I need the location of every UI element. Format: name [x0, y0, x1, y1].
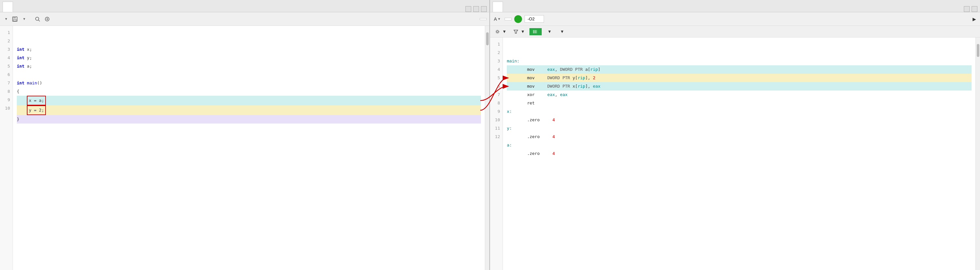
- vim-btn[interactable]: [29, 18, 32, 20]
- editor-line-4: [17, 70, 481, 79]
- editor-line-numbers: 12345678910: [0, 26, 13, 270]
- filter-icon: [514, 29, 518, 34]
- editor-line-num-1: 1: [0, 29, 13, 37]
- editor-tab[interactable]: [3, 2, 13, 12]
- font-size-btn[interactable]: ▼: [3, 16, 9, 21]
- save-btn[interactable]: [11, 16, 19, 22]
- svg-rect-12: [536, 30, 537, 33]
- asm-line-5: xor eax, eax: [507, 91, 972, 99]
- editor-line-6: {: [17, 87, 481, 96]
- compiler-code-area[interactable]: 123456789101112 main: mov eax, DWORD PTR…: [490, 37, 980, 270]
- right-minimize-btn[interactable]: [964, 6, 970, 12]
- svg-rect-10: [533, 30, 534, 33]
- asm-line-num-11: 11: [490, 124, 503, 133]
- editor-line-7: x = a;: [17, 96, 481, 105]
- editor-line-num-10: 10: [0, 104, 13, 112]
- compiler-line-numbers: 123456789101112: [490, 37, 503, 270]
- save-icon: [12, 16, 18, 22]
- editor-scrollbar[interactable]: [485, 26, 489, 270]
- asm-line-4: mov DWORD PTR x[rip], eax: [507, 82, 972, 91]
- editor-code-area[interactable]: 12345678910 int x;int y;int a; int main(…: [0, 26, 489, 270]
- asm-line-3: mov DWORD PTR y[rip], 2: [507, 74, 972, 82]
- compiler-select[interactable]: [504, 18, 512, 20]
- asm-line-num-2: 2: [490, 48, 503, 57]
- asm-line-num-9: 9: [490, 107, 503, 116]
- compiler-scrollbar[interactable]: [975, 37, 980, 270]
- compiler-scrollbar-thumb: [977, 44, 979, 57]
- filter-btn[interactable]: ▼: [511, 29, 528, 35]
- libraries-icon: [533, 29, 537, 34]
- editor-line-1: int x;: [17, 45, 481, 54]
- asm-line-6: ret: [507, 99, 972, 107]
- boxed-code: x = a;: [27, 96, 46, 105]
- editor-line-2: int y;: [17, 54, 481, 62]
- left-minimize-btn[interactable]: [465, 6, 471, 12]
- filter-arrow: ▼: [521, 29, 525, 34]
- asm-line-9: y:: [507, 124, 972, 133]
- search-icon: [35, 16, 40, 22]
- editor-line-10: [17, 123, 481, 132]
- editor-panel: ▼ ▼: [0, 12, 490, 270]
- editor-line-num-2: 2: [0, 37, 13, 45]
- asm-line-12: .zero 4: [507, 149, 972, 158]
- right-maximize-btn[interactable]: [972, 6, 977, 12]
- add-new-btn[interactable]: ▼: [544, 29, 554, 35]
- optimization-input[interactable]: [525, 15, 544, 22]
- asm-line-10: .zero 4: [507, 133, 972, 141]
- editor-scrollbar-thumb: [486, 32, 489, 45]
- editor-line-num-5: 5: [0, 62, 13, 70]
- compiler-tab[interactable]: [493, 2, 503, 12]
- editor-line-num-6: 6: [0, 70, 13, 79]
- editor-line-3: int a;: [17, 62, 481, 70]
- compile-check-icon[interactable]: [514, 15, 522, 23]
- search-btn[interactable]: [33, 16, 41, 22]
- asm-line-num-12: 12: [490, 133, 503, 141]
- conformance-icon: [45, 16, 50, 22]
- add-btn[interactable]: ▼: [21, 16, 27, 21]
- left-maximize-btn[interactable]: [473, 6, 479, 12]
- asm-line-7: x:: [507, 107, 972, 116]
- compiler-panel: A ▼ ▶ ▼: [490, 12, 980, 270]
- right-tabs: [490, 0, 980, 12]
- right-window-controls: [964, 6, 977, 12]
- editor-line-5: int main(): [17, 79, 481, 87]
- output-btn[interactable]: ▼: [493, 29, 509, 35]
- language-select[interactable]: [480, 18, 487, 20]
- expand-btn[interactable]: ▶: [971, 16, 977, 22]
- svg-point-3: [35, 17, 39, 20]
- asm-line-2: mov eax, DWORD PTR a[rip]: [507, 66, 972, 74]
- editor-line-num-7: 7: [0, 79, 13, 87]
- editor-line-num-9: 9: [0, 96, 13, 104]
- asm-line-num-7: 7: [490, 91, 503, 99]
- asm-line-num-1: 1: [490, 40, 503, 48]
- top-tabs-bar: [0, 0, 980, 12]
- editor-code-content[interactable]: int x;int y;int a; int main(){ x = a; y …: [13, 26, 485, 270]
- editor-line-num-8: 8: [0, 87, 13, 96]
- compiler-font-btn[interactable]: A ▼: [493, 16, 502, 22]
- svg-rect-11: [535, 30, 536, 33]
- add-new-arrow: ▼: [547, 29, 552, 34]
- svg-point-7: [496, 31, 498, 33]
- gear-icon: [495, 29, 500, 34]
- libraries-btn[interactable]: [530, 28, 542, 35]
- svg-rect-1: [13, 17, 16, 18]
- asm-line-num-8: 8: [490, 99, 503, 107]
- svg-line-4: [38, 20, 40, 21]
- svg-point-8: [496, 30, 500, 33]
- left-tabs: [0, 0, 490, 12]
- compiler-toolbar2: ▼ ▼ ▼: [490, 26, 980, 37]
- asm-line-num-4: 4: [490, 66, 503, 74]
- conformance-btn[interactable]: [43, 16, 51, 22]
- editor-line-9: }: [17, 115, 481, 123]
- boxed-code: y = 2;: [27, 105, 46, 115]
- editor-line-num-3: 3: [0, 45, 13, 54]
- editor-line-num-4: 4: [0, 54, 13, 62]
- compiler-code-content: main: mov eax, DWORD PTR a[rip] mov DWOR…: [503, 37, 975, 270]
- asm-line-8: .zero 4: [507, 116, 972, 124]
- asm-line-num-10: 10: [490, 116, 503, 124]
- output-arrow: ▼: [502, 29, 506, 34]
- editor-toolbar: ▼ ▼: [0, 12, 489, 26]
- add-tool-btn[interactable]: ▼: [556, 29, 567, 35]
- asm-line-num-5: 5: [490, 74, 503, 82]
- left-close-btn[interactable]: [481, 6, 487, 12]
